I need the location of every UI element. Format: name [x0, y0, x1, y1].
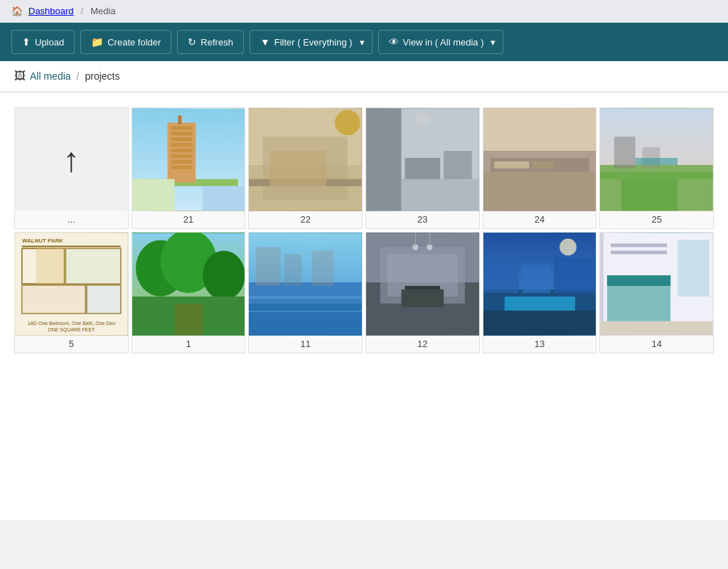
media-item-label-12: 12: [366, 336, 479, 353]
svg-rect-86: [483, 311, 596, 336]
svg-rect-38: [600, 172, 713, 179]
media-thumb-21: [132, 108, 245, 211]
svg-rect-74: [405, 286, 441, 289]
svg-rect-66: [249, 304, 362, 336]
svg-rect-95: [600, 321, 713, 336]
media-thumb-11: [249, 233, 362, 336]
folder-plus-icon: 📁: [91, 36, 103, 48]
svg-rect-73: [402, 289, 444, 307]
upload-label: Upload: [35, 37, 64, 48]
view-in-button[interactable]: 👁 View in ( All media ) ▾: [378, 30, 504, 54]
media-thumb-5: WALNUT PARK 1AD One Bedroom, One Bath, O…: [15, 233, 128, 336]
refresh-label: Refresh: [200, 37, 233, 48]
svg-rect-93: [611, 243, 667, 247]
svg-text:WALNUT PARK: WALNUT PARK: [22, 238, 63, 244]
svg-rect-62: [249, 297, 362, 299]
media-item-23[interactable]: 23: [365, 107, 480, 229]
view-chevron-icon: ▾: [491, 37, 496, 48]
create-folder-label: Create folder: [107, 37, 161, 48]
svg-rect-92: [678, 240, 710, 297]
media-thumb-13: [483, 233, 596, 336]
media-thumb-25: [600, 108, 713, 211]
home-icon: 🏠: [11, 6, 23, 16]
svg-rect-51: [87, 285, 121, 314]
svg-rect-65: [313, 250, 334, 286]
filter-button[interactable]: ▼ Filter ( Everything ) ▾: [250, 30, 373, 54]
media-thumb-12: [366, 233, 479, 336]
svg-rect-36: [614, 137, 636, 169]
parent-folder-label: ...: [15, 211, 128, 228]
svg-rect-2: [167, 122, 196, 182]
media-item-21[interactable]: 21: [132, 107, 246, 229]
create-folder-button[interactable]: 📁 Create folder: [80, 30, 171, 54]
media-item-5[interactable]: WALNUT PARK 1AD One Bedroom, One Bath, O…: [14, 232, 129, 353]
breadcrumb-dashboard[interactable]: Dashboard: [28, 6, 74, 16]
svg-rect-11: [178, 116, 181, 124]
svg-rect-31: [494, 161, 530, 169]
svg-rect-84: [554, 257, 596, 293]
arrow-up-icon: ↑: [63, 143, 80, 177]
svg-rect-67: [249, 311, 362, 312]
svg-rect-43: [22, 245, 121, 247]
breadcrumb-sep-1: /: [81, 6, 84, 16]
refresh-button[interactable]: ↻ Refresh: [177, 30, 244, 54]
svg-point-26: [415, 112, 429, 127]
media-item-25[interactable]: 25: [599, 107, 714, 229]
svg-rect-32: [532, 161, 554, 169]
media-item-label-22: 22: [249, 211, 362, 228]
svg-rect-50: [22, 285, 85, 314]
svg-rect-63: [256, 247, 281, 286]
svg-rect-59: [174, 304, 203, 336]
svg-rect-23: [402, 179, 479, 211]
svg-rect-82: [483, 254, 519, 293]
filter-chevron-icon: ▾: [360, 37, 365, 48]
media-item-label-23: 23: [366, 211, 479, 228]
refresh-icon: ↻: [188, 36, 196, 48]
svg-rect-48: [36, 248, 65, 284]
media-item-label-24: 24: [483, 211, 596, 228]
media-thumb-1: [132, 233, 245, 336]
media-item-1[interactable]: 1: [132, 232, 246, 353]
media-breadcrumb-icon: 🖼: [14, 70, 26, 83]
media-item-label-14: 14: [600, 336, 713, 353]
view-in-label: View in ( All media ): [403, 37, 484, 48]
media-item-24[interactable]: 24: [483, 107, 597, 229]
media-item-label-1: 1: [132, 336, 245, 353]
media-item-22[interactable]: 22: [248, 107, 363, 229]
media-item-12[interactable]: 12: [365, 232, 480, 353]
current-folder-label: projects: [85, 70, 119, 82]
svg-rect-25: [444, 151, 472, 179]
media-item-label-11: 11: [249, 336, 362, 353]
media-item-14[interactable]: 14: [599, 232, 714, 353]
upload-button[interactable]: ⬆ Upload: [11, 30, 75, 54]
svg-rect-91: [607, 275, 670, 286]
media-grid: ↑ ...: [14, 107, 714, 353]
media-item-13[interactable]: 13: [483, 232, 597, 353]
svg-rect-21: [366, 109, 402, 211]
parent-folder-item[interactable]: ↑ ...: [14, 107, 129, 229]
svg-rect-39: [621, 179, 678, 211]
svg-rect-6: [171, 143, 192, 147]
media-item-11[interactable]: 11: [248, 232, 363, 353]
svg-rect-28: [483, 109, 596, 151]
filter-label: Filter ( Everything ): [274, 37, 353, 48]
svg-rect-24: [405, 158, 441, 179]
upload-icon: ⬆: [22, 36, 31, 48]
svg-rect-9: [171, 160, 192, 164]
svg-rect-33: [483, 172, 596, 211]
svg-rect-5: [171, 137, 192, 141]
svg-rect-3: [171, 126, 192, 129]
media-item-label-13: 13: [483, 336, 596, 353]
breadcrumb-media: Media: [90, 6, 115, 16]
svg-rect-10: [171, 166, 192, 169]
svg-text:1AD One Bedroom, One Bath, One: 1AD One Bedroom, One Bath, One Den: [28, 321, 116, 326]
media-item-label-25: 25: [600, 211, 713, 228]
toolbar: ⬆ Upload 📁 Create folder ↻ Refresh ▼ Fil…: [0, 23, 728, 61]
svg-rect-49: [65, 248, 120, 284]
all-media-link[interactable]: All media: [30, 70, 71, 82]
svg-point-17: [335, 110, 360, 136]
media-item-label-21: 21: [132, 211, 245, 228]
media-thumb-23: [366, 108, 479, 211]
svg-point-80: [560, 239, 577, 256]
svg-rect-13: [203, 186, 245, 211]
